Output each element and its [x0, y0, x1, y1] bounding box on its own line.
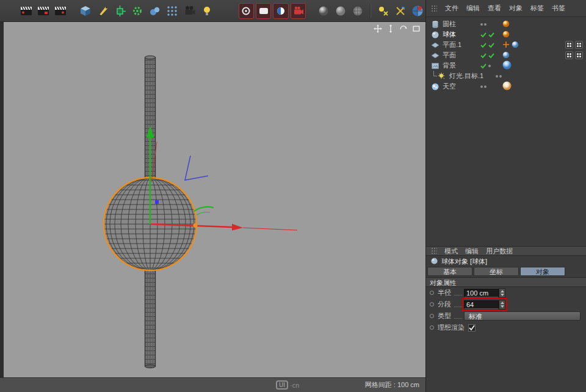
gear-icon[interactable]	[130, 3, 145, 19]
object-label[interactable]: 背景	[443, 61, 480, 70]
film-camera-icon[interactable]	[182, 3, 197, 19]
selection-tag-icon[interactable]	[575, 41, 583, 49]
object-label[interactable]: 天空	[443, 82, 480, 91]
visibility-dots[interactable]	[496, 75, 514, 78]
viewport-nav	[374, 24, 421, 33]
object-row-cylinder[interactable]: 圆柱	[426, 19, 586, 29]
sky-material-tag-icon[interactable]	[502, 60, 512, 71]
tab-basic[interactable]: 基本	[427, 267, 472, 276]
tab-object[interactable]: 对象	[520, 267, 565, 276]
visibility-checks[interactable]	[480, 32, 499, 38]
object-label[interactable]: 球体	[443, 30, 480, 39]
clapperboard-icon-2[interactable]	[35, 3, 51, 19]
attribute-manager: 模式 编辑 用户数据 球体对象 [球体] 基本 坐标 对象 对象属性 半径	[426, 246, 586, 392]
visibility-dots[interactable]	[480, 23, 499, 26]
menu-edit[interactable]: 编辑	[466, 4, 480, 13]
menu-user-data[interactable]: 用户数据	[486, 247, 513, 256]
object-label[interactable]: 平面	[443, 51, 480, 60]
menu-tags[interactable]: 标签	[530, 4, 544, 13]
axis-cube-icon[interactable]	[112, 3, 128, 19]
plane-handle	[194, 207, 214, 211]
grip-icon[interactable]	[431, 5, 437, 12]
radius-handle[interactable]	[194, 223, 198, 228]
visibility-checks[interactable]	[480, 42, 499, 48]
render-perfect-checkbox[interactable]	[468, 324, 476, 332]
attribute-tabs: 基本 坐标 对象	[426, 267, 586, 277]
render-settings-icon[interactable]	[291, 3, 306, 19]
object-row-sky[interactable]: 天空	[426, 81, 586, 92]
phong-tag-icon[interactable]	[512, 41, 519, 49]
object-row-sphere[interactable]: 球体	[426, 29, 586, 40]
pan-icon[interactable]	[374, 24, 382, 33]
sphere-icon	[430, 257, 438, 266]
radius-stepper[interactable]	[499, 288, 505, 298]
object-row-plane[interactable]: 平面	[426, 50, 586, 60]
object-label[interactable]: 圆柱	[443, 20, 480, 29]
array-icon[interactable]	[165, 3, 180, 19]
maximize-icon[interactable]	[412, 24, 421, 33]
lightbulb-icon[interactable]	[199, 3, 214, 19]
segments-input[interactable]	[464, 300, 499, 309]
cube-icon[interactable]	[78, 3, 93, 19]
object-row-background[interactable]: 背景	[426, 60, 586, 71]
menu-bookmarks[interactable]: 书签	[552, 4, 565, 13]
tab-coordinates[interactable]: 坐标	[474, 267, 519, 276]
axis-z-handle[interactable]	[155, 200, 159, 204]
segments-highlight-box	[464, 300, 505, 310]
pen-icon[interactable]	[95, 3, 110, 19]
menu-view[interactable]: 查看	[488, 4, 501, 13]
phong-tag-icon[interactable]	[502, 51, 510, 60]
keyframe-dot-icon[interactable]	[430, 314, 434, 318]
cylinder-object-icon	[431, 20, 440, 29]
keyframe-dot-icon[interactable]	[430, 302, 434, 307]
keyframe-dot-icon[interactable]	[430, 291, 434, 295]
visibility-dots[interactable]	[480, 85, 499, 88]
light-target-gizmo	[185, 156, 208, 180]
material-tag-icon[interactable]	[502, 20, 510, 29]
object-row-plane1[interactable]: 平面.1	[426, 40, 586, 50]
type-label: 类型	[438, 311, 454, 321]
navigation-ball-icon[interactable]	[410, 3, 425, 19]
shading-sphere-icon-1[interactable]	[316, 3, 331, 19]
radius-input[interactable]	[464, 289, 499, 297]
attribute-modebar: 模式 编辑 用户数据	[426, 246, 586, 256]
dolly-icon[interactable]	[386, 24, 395, 33]
right-panel: 文件 编辑 查看 对象 标签 书签 圆柱 球体 平面.1	[425, 0, 586, 392]
keyframe-dot-icon[interactable]	[430, 325, 434, 330]
watermark-suffix: ·cn	[290, 382, 299, 389]
menu-edit[interactable]: 编辑	[465, 247, 479, 256]
selection-tag-icon[interactable]	[575, 51, 583, 59]
clapperboard-icon-1[interactable]	[18, 3, 34, 19]
sky-material-tag-icon[interactable]	[502, 81, 512, 92]
segments-stepper[interactable]	[499, 300, 505, 310]
viewport[interactable]	[0, 22, 425, 377]
metaball-icon[interactable]	[147, 3, 162, 19]
object-label[interactable]: 灯光.目标.1	[449, 71, 496, 81]
axes-tag-icon[interactable]	[502, 41, 510, 49]
main-area: UI ·cn 网格间距 : 100 cm	[0, 0, 425, 392]
shading-sphere-icon-3[interactable]	[350, 3, 366, 19]
visibility-checks[interactable]	[480, 63, 499, 69]
field-type: 类型 标准	[426, 310, 586, 322]
clapperboard-icon-3[interactable]	[53, 3, 68, 19]
render-view-icon[interactable]	[239, 3, 254, 19]
menu-file[interactable]: 文件	[445, 4, 458, 13]
grip-icon[interactable]	[431, 247, 437, 255]
visibility-checks[interactable]	[480, 53, 499, 59]
viewport-canvas[interactable]	[4, 22, 425, 377]
menu-objects[interactable]: 对象	[509, 4, 523, 13]
material-tag-icon[interactable]	[502, 31, 510, 39]
interactive-render-icon[interactable]	[273, 3, 288, 19]
axis-snap-icon[interactable]	[392, 3, 408, 19]
selection-tag-icon[interactable]	[565, 41, 573, 49]
object-label[interactable]: 平面.1	[443, 40, 480, 49]
object-row-light-target[interactable]: 灯光.目标.1	[426, 71, 586, 81]
selection-tag-icon[interactable]	[565, 51, 573, 59]
shading-sphere-icon-2[interactable]	[333, 3, 348, 19]
render-region-icon[interactable]	[256, 3, 271, 19]
light-snap-icon[interactable]	[375, 3, 391, 19]
segments-label: 分段	[438, 300, 454, 309]
type-dropdown[interactable]: 标准	[464, 311, 581, 321]
orbit-icon[interactable]	[399, 24, 408, 33]
menu-mode[interactable]: 模式	[444, 247, 458, 256]
